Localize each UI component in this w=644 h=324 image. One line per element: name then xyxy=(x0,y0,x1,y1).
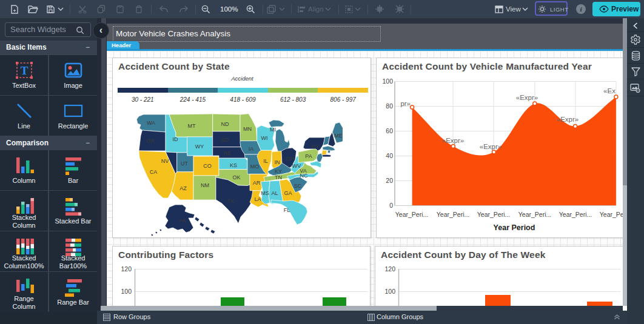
svg-text:AZ: AZ xyxy=(179,185,187,191)
svg-text:IN: IN xyxy=(275,159,280,165)
svg-text:MO: MO xyxy=(250,164,260,170)
svg-text:PA: PA xyxy=(305,153,312,159)
svg-text:ND: ND xyxy=(221,121,229,127)
svg-text:AL: AL xyxy=(271,190,278,196)
svg-text:WY: WY xyxy=(195,144,204,150)
svg-text:NE: NE xyxy=(224,150,232,156)
svg-text:ME: ME xyxy=(334,133,343,139)
svg-text:100: 100 xyxy=(121,288,132,295)
svg-text:KS: KS xyxy=(230,162,237,168)
svg-text:Year_Peri...: Year_Peri... xyxy=(477,211,510,218)
svg-text:GA: GA xyxy=(284,190,292,196)
svg-text:WI: WI xyxy=(261,135,268,141)
svg-text:MS: MS xyxy=(261,190,269,196)
svg-text:T: T xyxy=(20,64,28,77)
svg-text:UT: UT xyxy=(181,160,188,167)
svg-text:MI: MI xyxy=(270,127,276,133)
svg-text:pr»: pr» xyxy=(400,100,411,107)
svg-text:AK: AK xyxy=(179,217,186,223)
svg-text:TN: TN xyxy=(275,174,282,180)
svg-text:«Expr»: «Expr» xyxy=(557,116,579,123)
svg-text:KY: KY xyxy=(275,168,282,174)
svg-text:NY: NY xyxy=(312,144,320,150)
svg-text:ID: ID xyxy=(173,136,179,142)
svg-text:Year_Peri...: Year_Peri... xyxy=(395,211,428,218)
svg-text:SD: SD xyxy=(221,137,229,143)
svg-text:TX: TX xyxy=(227,198,234,204)
svg-text:SC: SC xyxy=(294,183,302,189)
svg-text:«Expr»: «Expr» xyxy=(442,137,464,144)
svg-text:LA: LA xyxy=(254,196,261,202)
svg-text:Year_Peri...: Year_Peri... xyxy=(600,211,623,218)
svg-text:«Ex: «Ex xyxy=(603,87,615,94)
svg-text:40: 40 xyxy=(386,152,393,159)
svg-text:120: 120 xyxy=(384,265,395,273)
svg-text:20: 20 xyxy=(386,177,393,184)
svg-text:NM: NM xyxy=(201,182,209,188)
svg-text:WV: WV xyxy=(292,163,301,169)
svg-text:OK: OK xyxy=(232,174,240,180)
svg-text:Year_Peri...: Year_Peri... xyxy=(437,211,469,218)
svg-text:0: 0 xyxy=(389,202,393,209)
svg-text:MT: MT xyxy=(188,123,196,129)
svg-text:IA: IA xyxy=(249,146,254,152)
svg-text:100: 100 xyxy=(382,78,393,85)
svg-text:60: 60 xyxy=(386,127,393,134)
svg-text:100: 100 xyxy=(384,288,395,295)
svg-text:CA: CA xyxy=(150,169,158,175)
svg-text:NV: NV xyxy=(161,158,169,164)
svg-text:IL: IL xyxy=(263,158,268,164)
svg-text:MN: MN xyxy=(243,126,252,132)
svg-text:OH: OH xyxy=(286,156,294,162)
svg-text:FL: FL xyxy=(284,207,290,213)
svg-text:Year_Peri...: Year_Peri... xyxy=(518,211,551,218)
svg-text:«Expr»: «Expr» xyxy=(480,143,501,150)
svg-text:«Expr»: «Expr» xyxy=(516,94,538,101)
svg-text:Year Period: Year Period xyxy=(494,223,535,232)
svg-text:120: 120 xyxy=(121,265,132,273)
svg-text:WA: WA xyxy=(147,120,155,126)
svg-text:Year_Peri...: Year_Peri... xyxy=(559,211,592,218)
svg-text:AR: AR xyxy=(253,180,261,186)
svg-text:80: 80 xyxy=(386,102,393,110)
svg-text:CO: CO xyxy=(203,163,212,169)
svg-text:OR: OR xyxy=(146,138,155,144)
